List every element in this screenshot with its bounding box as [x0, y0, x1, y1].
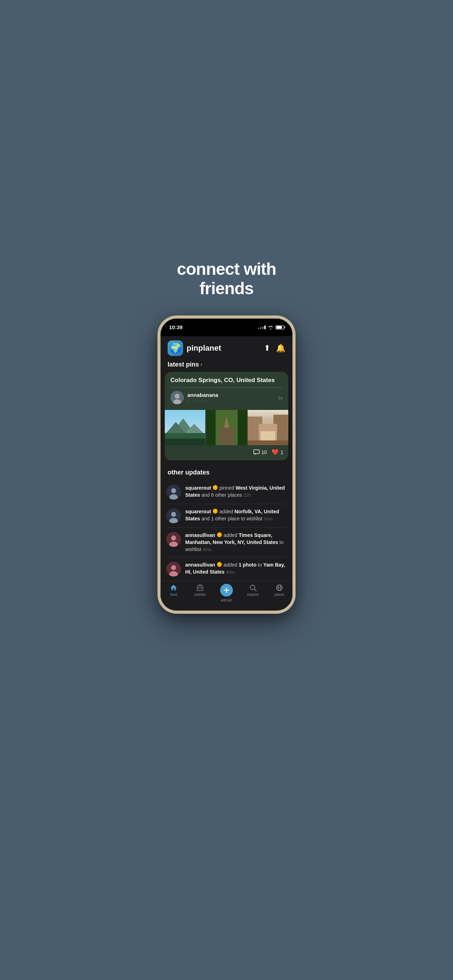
tab-feed[interactable]: feed	[161, 584, 187, 602]
wifi-icon	[268, 325, 273, 329]
verified-badge-2	[213, 509, 218, 514]
tab-feed-label: feed	[170, 593, 177, 597]
comment-count: 10	[261, 449, 267, 455]
update-text-1: squarerout pinned West Virginia, United …	[185, 485, 287, 498]
pin-user-details: annabanana ☆ ☆ ☆ ☆ ☆	[188, 392, 218, 404]
update-text-4: annasullivan added 1 photo to Yam Bay, H…	[185, 562, 287, 575]
verified-badge-1	[213, 485, 218, 490]
update-avatar-3	[166, 532, 181, 547]
page-headline: connect with friends	[177, 259, 276, 298]
notch	[205, 318, 248, 331]
header-actions: ⬆ 🔔	[264, 344, 285, 353]
share-icon[interactable]: ⬆	[264, 344, 270, 353]
pin-card-footer: 10 ❤️ 1	[165, 445, 288, 460]
update-text-2: squarerout added Norfolk, VA, United Sta…	[185, 508, 287, 522]
tab-wishlist-label: wishlist	[194, 593, 206, 597]
tab-explore[interactable]: explore	[240, 584, 266, 602]
update-avatar-4	[166, 562, 181, 576]
tab-planet-label: planet	[275, 593, 284, 597]
update-avatar-2	[166, 508, 181, 523]
verified-badge-3	[217, 532, 222, 537]
update-avatar-1	[166, 485, 181, 500]
tab-wishlist[interactable]: wishlist	[187, 584, 213, 602]
tab-planet[interactable]: planet	[266, 584, 292, 602]
phone-content: 🌍 pinplanet ⬆ 🔔 latest pins › Colorado S…	[161, 336, 292, 609]
comment-icon	[253, 449, 260, 455]
home-icon	[170, 584, 178, 592]
svg-rect-8	[165, 439, 205, 445]
app-logo: 🌍	[168, 340, 183, 356]
app-name-label: pinplanet	[187, 344, 221, 353]
status-bar: 10:39	[161, 318, 292, 336]
notification-bell-icon[interactable]: 🔔	[276, 344, 285, 353]
svg-point-1	[175, 394, 180, 399]
svg-point-32	[171, 565, 176, 570]
pin-card-header: Colorado Springs, CO, United States	[165, 372, 288, 408]
update-text-3: annasullivan added Times Square, Manhatt…	[185, 532, 287, 553]
page-wrapper: connect with friends 10:39	[113, 245, 340, 735]
app-header: 🌍 pinplanet ⬆ 🔔	[161, 336, 292, 360]
pin-username: annabanana	[188, 392, 218, 398]
pin-photos	[165, 408, 288, 445]
app-logo-area: 🌍 pinplanet	[168, 340, 221, 356]
pin-user-info: annabanana ☆ ☆ ☆ ☆ ☆	[170, 391, 218, 404]
latest-pins-chevron: ›	[200, 361, 202, 368]
tab-add-pin-label: add pin	[221, 598, 232, 602]
explore-icon	[249, 584, 257, 592]
update-list: squarerout pinned West Virginia, United …	[161, 480, 292, 581]
pin-photo-2	[207, 410, 247, 445]
svg-point-26	[171, 512, 176, 517]
pin-photo-3	[248, 410, 288, 445]
pin-user-row: annabanana ☆ ☆ ☆ ☆ ☆ 1y	[170, 391, 283, 404]
planet-icon	[275, 584, 283, 592]
wishlist-icon	[196, 584, 204, 592]
tab-bar: feed wishlist	[161, 581, 292, 609]
latest-pins-label[interactable]: latest pins ›	[161, 360, 292, 372]
status-icons	[258, 325, 284, 329]
battery-icon	[275, 325, 284, 329]
heart-icon: ❤️	[272, 449, 279, 455]
svg-rect-21	[254, 450, 259, 453]
like-count: 1	[280, 449, 283, 455]
svg-point-29	[171, 536, 176, 541]
update-item[interactable]: squarerout pinned West Virginia, United …	[166, 480, 287, 504]
svg-rect-34	[197, 586, 203, 591]
svg-rect-14	[219, 428, 234, 445]
comment-stat: 10	[253, 449, 267, 455]
other-updates-label: other updates	[161, 466, 292, 480]
update-item[interactable]: squarerout added Norfolk, VA, United Sta…	[166, 504, 287, 528]
pin-time: 1y	[278, 395, 283, 400]
tab-add-pin[interactable]: add pin	[213, 584, 240, 602]
add-pin-button[interactable]	[220, 584, 233, 597]
pin-location: Colorado Springs, CO, United States	[170, 377, 283, 384]
svg-point-23	[171, 488, 176, 493]
pin-divider	[170, 387, 283, 388]
logo-globe-icon: 🌍	[169, 342, 182, 354]
pin-photo-1	[165, 410, 205, 445]
tab-explore-label: explore	[247, 593, 259, 597]
like-stat: ❤️ 1	[272, 449, 283, 455]
signal-icon	[258, 326, 265, 329]
phone-frame: 10:39 🌍	[158, 316, 295, 614]
update-item[interactable]: annasullivan added 1 photo to Yam Bay, H…	[166, 557, 287, 581]
pin-card[interactable]: Colorado Springs, CO, United States	[165, 372, 288, 461]
svg-rect-20	[248, 441, 288, 445]
update-item[interactable]: annasullivan added Times Square, Manhatt…	[166, 528, 287, 557]
status-time: 10:39	[169, 324, 183, 330]
pin-user-avatar	[170, 391, 184, 404]
svg-line-39	[254, 589, 256, 591]
star-rating: ☆ ☆ ☆ ☆ ☆	[188, 399, 218, 404]
verified-badge-4	[217, 562, 222, 567]
